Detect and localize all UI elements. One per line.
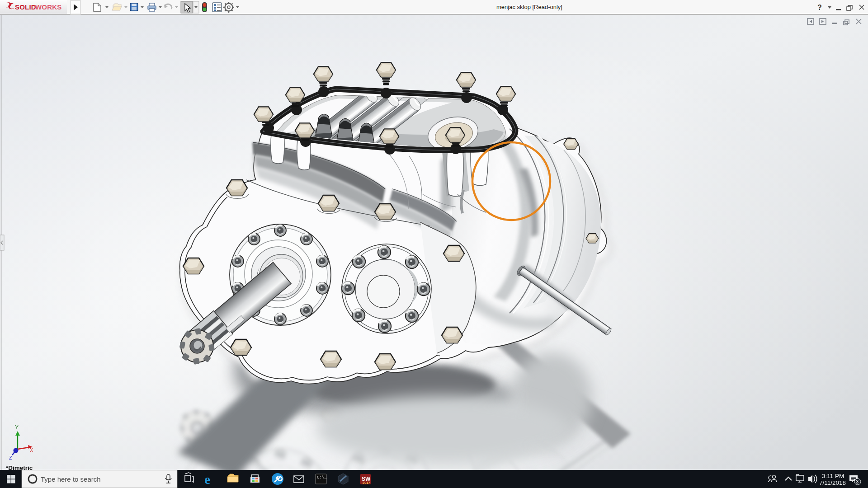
svg-text:3:11 PM: 3:11 PM: [822, 473, 844, 479]
svg-text:X: X: [30, 447, 33, 453]
svg-text:2017: 2017: [363, 481, 370, 485]
svg-text:?: ?: [817, 4, 822, 11]
svg-text:*Dimetric: *Dimetric: [6, 465, 33, 470]
svg-text:Type here to search: Type here to search: [41, 475, 101, 483]
svg-text:Z: Z: [9, 455, 12, 460]
svg-text:e: e: [204, 472, 210, 487]
svg-text:Y: Y: [15, 424, 19, 431]
svg-text:7/11/2018: 7/11/2018: [819, 479, 846, 486]
svg-text:3: 3: [856, 479, 859, 484]
svg-text:WORKS: WORKS: [35, 3, 62, 11]
svg-text:SOLID: SOLID: [15, 3, 36, 11]
svg-text:C:\_: C:\_: [317, 475, 327, 480]
svg-text:menjac sklop [Read-only]: menjac sklop [Read-only]: [496, 4, 562, 10]
